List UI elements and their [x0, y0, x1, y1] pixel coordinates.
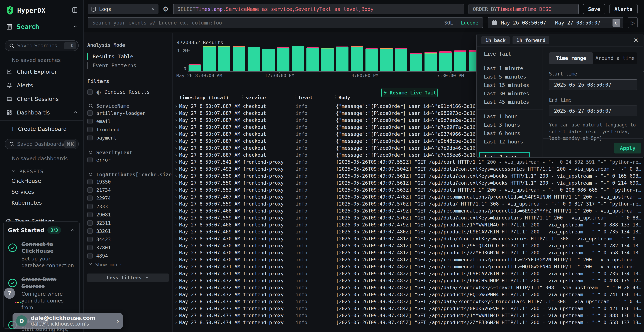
checkbox[interactable] [87, 135, 93, 140]
get-started-item-title[interactable]: Connect to ClickHouse [22, 241, 75, 254]
tab-time-range[interactable]: Time range [549, 52, 593, 64]
table-row[interactable]: May 27 8:50:07.493 AMfrontend-proxyinfo[… [173, 166, 644, 172]
shift-1h-forward-button[interactable]: 1h forward [512, 36, 550, 44]
orderby-clause-input[interactable]: ORDER BY TimestampTime DESC [468, 4, 579, 14]
checkbox[interactable] [87, 228, 93, 234]
checkbox[interactable] [87, 127, 93, 132]
saved-searches-input[interactable]: Saved Searches ⌘K [5, 40, 79, 51]
checkbox[interactable] [87, 118, 93, 124]
facet-option[interactable]: artillery-loadgen [87, 109, 169, 117]
facet-header[interactable]: LogAttributes['cache.size'] [88, 172, 169, 178]
date-range-picker[interactable]: May 26 08:50:07 - May 27 08:50:07 d [488, 17, 623, 28]
facet-option[interactable]: 33261 [87, 227, 169, 235]
table-row[interactable]: May 27 8:50:07.472 AMfrontend-proxyinfo[… [173, 277, 644, 284]
facet-option[interactable]: 19350 [87, 178, 169, 186]
chart-bar[interactable] [351, 46, 363, 71]
checkbox[interactable] [87, 90, 93, 95]
table-row[interactable]: May 27 8:50:07.470 AMfrontend-proxyinfo[… [173, 256, 644, 263]
table-row[interactable]: May 27 8:50:07.473 AMfrontend-proxyinfo[… [173, 312, 644, 319]
sql-toggle[interactable]: SQL [444, 20, 453, 26]
range-option-last-15-minutes[interactable]: Last 15 minutes [477, 81, 542, 90]
checkbox[interactable] [87, 196, 93, 201]
close-icon[interactable]: ✕ [634, 37, 639, 44]
chart-bar[interactable] [410, 53, 422, 71]
source-select[interactable]: Logs [88, 4, 158, 14]
table-row[interactable]: May 27 8:50:07.474 AMfrontend-proxyinfo[… [173, 319, 644, 326]
source-settings-gear-icon[interactable]: ⚙ [163, 5, 169, 13]
facet-option[interactable]: 34423 [87, 235, 169, 244]
range-option-last-1-hour[interactable]: Last 1 hour [477, 112, 542, 121]
column-header-timestamp-local-[interactable]: Timestamp (Local) [179, 95, 228, 100]
checkbox[interactable] [87, 237, 93, 242]
alerts-button[interactable]: Alerts [610, 4, 638, 14]
column-resize-handle[interactable]: ⋮ [240, 94, 245, 100]
checkbox[interactable] [87, 245, 93, 250]
tab-around-a-time[interactable]: Around a time [593, 52, 637, 64]
table-row[interactable]: May 27 8:50:07.472 AMfrontend-proxyinfo[… [173, 291, 644, 298]
sidebar-item-search[interactable]: Search [0, 16, 83, 35]
column-resize-handle[interactable]: ⋮ [333, 94, 338, 100]
table-row[interactable]: May 27 8:50:07.467 AMfrontend-proxyinfo[… [173, 193, 644, 200]
range-option-last-6-hours[interactable]: Last 6 hours [477, 129, 542, 138]
preset-item-kubernetes[interactable]: Kubernetes [0, 197, 83, 208]
checkbox[interactable] [87, 212, 93, 217]
chart-bar[interactable] [336, 46, 348, 71]
facet-option[interactable]: frontend [87, 126, 169, 134]
query-language-toggle[interactable]: SQL | Lucene [444, 20, 478, 26]
saved-dashboards-input[interactable]: Saved Dashboards ⌘K [5, 139, 79, 149]
checkbox[interactable] [87, 187, 93, 193]
chart-bar[interactable] [292, 46, 304, 71]
sidebar-item-alerts[interactable]: Alerts [0, 78, 83, 92]
facet-header[interactable]: SeverityText [88, 150, 169, 156]
checkbox[interactable] [87, 157, 93, 162]
save-button[interactable]: Save [583, 4, 605, 14]
chart-bar[interactable] [218, 46, 230, 71]
sidebar-collapse-icon[interactable] [72, 7, 78, 14]
chart-bar[interactable] [395, 48, 407, 71]
chart-bar[interactable] [439, 51, 452, 71]
column-header-service[interactable]: service [246, 95, 266, 100]
table-row[interactable]: May 27 8:50:07.470 AMfrontend-proxyinfo[… [173, 235, 644, 242]
table-row[interactable]: May 27 8:50:07.468 AMfrontend-proxyinfo[… [173, 207, 644, 214]
chart-bar[interactable] [203, 46, 216, 71]
start-time-input[interactable] [549, 80, 637, 90]
select-clause-input[interactable]: SELECT Timestamp, ServiceName as service… [173, 4, 464, 14]
chart-bar[interactable] [248, 47, 260, 71]
table-row[interactable]: May 27 8:50:07.471 AMfrontend-proxyinfo[… [173, 270, 644, 277]
search-input[interactable] [92, 20, 444, 26]
range-option-last-30-minutes[interactable]: Last 30 minutes [477, 90, 542, 98]
chart-bar[interactable] [424, 52, 437, 71]
table-row[interactable]: May 27 8:50:07.473 AMfrontend-proxyinfo[… [173, 305, 644, 312]
chart-bar[interactable] [262, 49, 274, 71]
facet-option[interactable]: 29081 [87, 210, 169, 219]
table-row[interactable]: May 27 8:50:07.553 AMfrontend-proxyinfo[… [173, 186, 644, 193]
range-option-live-tail[interactable]: Live Tail [477, 50, 542, 58]
presets-toggle[interactable]: PRESETS [0, 163, 83, 176]
facet-option[interactable]: email [87, 117, 169, 126]
range-option-last-5-minutes[interactable]: Last 5 minutes [477, 72, 542, 81]
facet-option[interactable]: payment [87, 134, 169, 142]
facet-option[interactable]: 21734 [87, 186, 169, 194]
chevron-up-icon[interactable] [73, 24, 78, 30]
range-option-last-3-hours[interactable]: Last 3 hours [477, 121, 542, 129]
table-row[interactable]: May 27 8:50:07.550 AMfrontend-proxyinfo[… [173, 180, 644, 186]
chart-bar[interactable] [188, 64, 201, 71]
sidebar-item-chart-explorer[interactable]: Chart Explorer [0, 65, 83, 78]
column-header-body[interactable]: Body [338, 95, 350, 100]
user-menu[interactable]: D dale@clickhouse.com dale@clickhouse.co… [12, 313, 123, 329]
sidebar-item-client-sessions[interactable]: Client Sessions [0, 92, 83, 106]
table-row[interactable]: May 27 8:50:07.559 AMfrontend-proxyinfo[… [173, 200, 644, 207]
chart-bar[interactable] [366, 48, 378, 71]
chart-bar[interactable] [380, 48, 392, 71]
analysis-mode-results-table[interactable]: Results Table [87, 52, 169, 61]
table-row[interactable]: May 27 8:50:07.559 AMfrontend-proxyinfo[… [173, 214, 644, 221]
facet-option[interactable]: 4894 [87, 252, 169, 260]
facet-option[interactable]: 37801 [87, 244, 169, 252]
table-row[interactable]: May 27 8:50:07.541 AMfrontend-proxyinfo[… [173, 158, 644, 166]
facet-option[interactable]: 2333 [87, 202, 169, 210]
show-more-button[interactable]: Show more [88, 262, 169, 268]
table-row[interactable]: May 27 8:50:07.470 AMfrontend-proxyinfo[… [173, 242, 644, 249]
table-row[interactable]: May 27 8:50:07.473 AMfrontend-proxyinfo[… [173, 298, 644, 305]
checkbox[interactable] [87, 179, 93, 184]
analysis-mode-event-patterns[interactable]: Event Patterns [87, 61, 169, 70]
